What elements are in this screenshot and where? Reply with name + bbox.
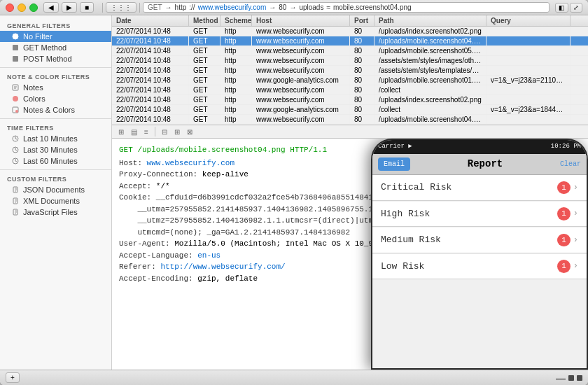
phone-list: Critical Risk 1 › High Risk 1 › (372, 175, 587, 368)
cell-path: /collect (374, 85, 486, 94)
toolbar-controls: ◀ ▶ ■ (43, 2, 94, 13)
cell-method: GET (189, 95, 220, 104)
sidebar-label-no-filter: No Filter (23, 32, 52, 41)
traffic-lights (6, 4, 38, 12)
phone-item-label-medium: Medium Risk (381, 233, 441, 247)
cell-date: 22/07/2014 10:48 (112, 95, 189, 104)
phone-badge-medium: 1 (557, 234, 570, 247)
phone-list-item[interactable]: Low Risk 1 › (372, 254, 587, 280)
sidebar-label-notes-colors: Notes & Colors (23, 106, 75, 114)
sidebar-item-post[interactable]: POST Method (0, 53, 111, 64)
table-row[interactable]: 22/07/2014 10:48 GET http www.websecurif… (112, 115, 588, 125)
fullscreen-btn[interactable]: ⤢ (570, 3, 582, 13)
svg-line-11 (15, 139, 17, 139)
play-button[interactable]: ▶ (62, 2, 77, 13)
color-icon (11, 94, 20, 103)
cell-scheme: http (220, 36, 252, 46)
url-separator: :// (189, 4, 195, 11)
status-indicator-2 (577, 375, 582, 381)
url-sep2: → (269, 4, 276, 11)
table-row[interactable]: 22/07/2014 10:48 GET http www.websecurif… (112, 56, 588, 66)
sidebar-item-get[interactable]: GET Method (0, 42, 111, 53)
table-row[interactable]: 22/07/2014 10:48 GET http www.websecurif… (112, 36, 588, 46)
cell-scheme: http (220, 56, 252, 65)
table-bottom-toolbar: ⊞ ▤ ≡ ⊟ ⊞ ⊠ (112, 125, 588, 139)
phone-badge-high: 1 (557, 207, 570, 220)
sidebar-item-js[interactable]: JavaScript Files (0, 206, 111, 218)
svg-rect-1 (13, 45, 18, 50)
sidebar-section-time: TIME FILTERS (0, 122, 111, 133)
table-row[interactable]: 22/07/2014 10:48 GET http www.google-ana… (112, 76, 588, 85)
url-protocol: http (175, 4, 187, 11)
phone-nav: Email Report Clear (372, 154, 587, 175)
table-icon-4[interactable]: ⊟ (160, 127, 169, 136)
back-button[interactable]: ◀ (43, 2, 59, 13)
col-header-method: Method (189, 15, 220, 26)
phone-email-button[interactable]: Email (378, 158, 410, 171)
circle-icon (11, 32, 20, 41)
cell-date: 22/07/2014 10:48 (112, 66, 189, 75)
sidebar-item-notes[interactable]: Notes (0, 82, 111, 93)
main-content: GENERAL FILTERS No Filter GET Method POS… (0, 15, 588, 370)
sidebar-item-xml[interactable]: XML Documents (0, 195, 111, 206)
cell-path: /assets/stem/styles/images/other... (374, 56, 486, 65)
sidebar-label-30min: Last 30 Minutes (23, 146, 78, 154)
chevron-right-icon: › (573, 181, 578, 194)
table-icon-3[interactable]: ≡ (142, 127, 150, 136)
table-row[interactable]: 22/07/2014 10:48 GET http www.websecurif… (112, 85, 588, 95)
stop-button[interactable]: ■ (80, 2, 94, 13)
svg-point-8 (15, 110, 18, 113)
table-icon-6[interactable]: ⊠ (185, 127, 195, 136)
phone-list-item[interactable]: High Risk 1 › (372, 202, 587, 227)
phone-list-item[interactable]: Medium Risk 1 › (372, 227, 587, 253)
cell-scheme: http (220, 115, 252, 124)
phone-time: 10:26 PM (551, 142, 581, 152)
cell-port: 80 (350, 56, 374, 65)
status-bar: + — (0, 370, 588, 385)
url-arrow: → (165, 4, 172, 11)
window-controls: ◧ ⤢ (555, 3, 582, 13)
sidebar-item-10min[interactable]: Last 10 Minutes (0, 133, 111, 144)
close-button[interactable] (6, 4, 14, 12)
cell-path: /uploads/mobile.screenshot05.png (374, 46, 486, 55)
sidebar-item-colors[interactable]: Colors (0, 93, 111, 104)
table-row[interactable]: 22/07/2014 10:48 GET http www.google-ana… (112, 105, 588, 115)
sidebar-item-no-filter[interactable]: No Filter (0, 31, 111, 42)
sidebar-item-30min[interactable]: Last 30 Minutes (0, 144, 111, 155)
sidebar-item-notes-colors[interactable]: Notes & Colors (0, 104, 111, 115)
sidebar-item-60min[interactable]: Last 60 Minutes (0, 155, 111, 167)
cell-query (486, 27, 570, 36)
main-window: ◀ ▶ ■ ⋮⋮⋮ GET → http :// www.websecurify… (0, 0, 588, 385)
table-row[interactable]: 22/07/2014 10:48 GET http www.websecurif… (112, 95, 588, 105)
cell-host: www.google-analytics.com (252, 76, 350, 85)
table-row[interactable]: 22/07/2014 10:48 GET http www.websecurif… (112, 46, 588, 56)
sidebar-toggle[interactable]: ◧ (555, 3, 568, 13)
col-header-path: Path (374, 15, 486, 26)
phone-list-item[interactable]: Critical Risk 1 › (372, 175, 587, 201)
phone-carrier: Carrier ▶ (378, 142, 412, 152)
table-icon-1[interactable]: ⊞ (116, 127, 126, 136)
sidebar-item-json[interactable]: JSON Documents (0, 184, 111, 195)
table-icon-5[interactable]: ⊞ (172, 127, 182, 136)
cell-host: www.websecurify.com (252, 36, 350, 46)
phone-overlay: Carrier ▶ 10:26 PM Email Report Clear Cr… (371, 139, 588, 370)
phone-clear-button[interactable]: Clear (560, 159, 581, 169)
cell-query (486, 46, 570, 55)
square-icon-2 (11, 55, 20, 63)
columns-button[interactable]: ⋮⋮⋮ (106, 2, 136, 13)
cell-method: GET (189, 115, 220, 124)
minimize-button[interactable] (18, 4, 26, 12)
cell-method: GET (189, 66, 220, 75)
cell-query (486, 115, 570, 124)
table-icon-2[interactable]: ▤ (129, 127, 139, 136)
sidebar-section-color: NOTE & COLOR FILTERS (0, 71, 111, 82)
sidebar-label-10min: Last 10 Minutes (23, 134, 78, 143)
add-filter-button[interactable]: + (6, 372, 20, 383)
table-row[interactable]: 22/07/2014 10:48 GET http www.websecurif… (112, 66, 588, 76)
cell-method: GET (189, 76, 220, 85)
cell-port: 80 (350, 95, 374, 104)
cell-host: www.google-analytics.com (252, 105, 350, 114)
table-row[interactable]: 22/07/2014 10:48 GET http www.websecurif… (112, 27, 588, 36)
maximize-button[interactable] (29, 4, 38, 12)
phone-screen: Carrier ▶ 10:26 PM Email Report Clear Cr… (372, 140, 587, 368)
